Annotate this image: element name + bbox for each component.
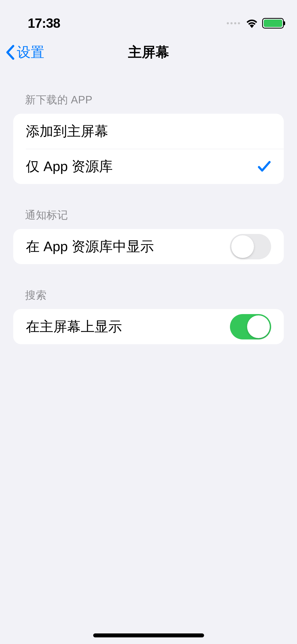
cellular-icon bbox=[227, 22, 240, 24]
section-new-downloads: 新下载的 APP 添加到主屏幕 仅 App 资源库 bbox=[13, 93, 284, 184]
wifi-icon bbox=[245, 18, 258, 28]
back-label: 设置 bbox=[17, 43, 44, 62]
group-badges: 在 App 资源库中显示 bbox=[13, 229, 284, 264]
section-badges: 通知标记 在 App 资源库中显示 bbox=[13, 208, 284, 264]
navigation-bar: 设置 主屏幕 bbox=[0, 34, 297, 70]
toggle-show-in-app-library[interactable] bbox=[230, 234, 271, 259]
section-header-badges: 通知标记 bbox=[13, 208, 284, 229]
battery-icon bbox=[262, 18, 284, 29]
status-time: 17:38 bbox=[28, 16, 60, 31]
option-label: 添加到主屏幕 bbox=[26, 122, 108, 141]
group-search: 在主屏幕上显示 bbox=[13, 309, 284, 344]
group-new-downloads: 添加到主屏幕 仅 App 资源库 bbox=[13, 114, 284, 184]
option-add-to-home[interactable]: 添加到主屏幕 bbox=[13, 114, 284, 149]
status-indicators bbox=[227, 18, 284, 29]
home-indicator[interactable] bbox=[93, 633, 204, 637]
row-label: 在主屏幕上显示 bbox=[26, 318, 122, 336]
status-bar: 17:38 bbox=[0, 0, 297, 34]
section-header-search: 搜索 bbox=[13, 288, 284, 309]
row-show-on-home: 在主屏幕上显示 bbox=[13, 309, 284, 344]
row-show-in-app-library: 在 App 资源库中显示 bbox=[13, 229, 284, 264]
chevron-left-icon bbox=[5, 45, 15, 60]
option-app-library-only[interactable]: 仅 App 资源库 bbox=[13, 149, 284, 184]
checkmark-icon bbox=[257, 160, 271, 173]
row-label: 在 App 资源库中显示 bbox=[26, 237, 154, 256]
option-label: 仅 App 资源库 bbox=[26, 157, 113, 176]
page-title: 主屏幕 bbox=[128, 43, 169, 62]
section-header-new-downloads: 新下载的 APP bbox=[13, 93, 284, 114]
section-search: 搜索 在主屏幕上显示 bbox=[13, 288, 284, 344]
back-button[interactable]: 设置 bbox=[5, 43, 44, 62]
toggle-show-on-home[interactable] bbox=[230, 314, 271, 339]
